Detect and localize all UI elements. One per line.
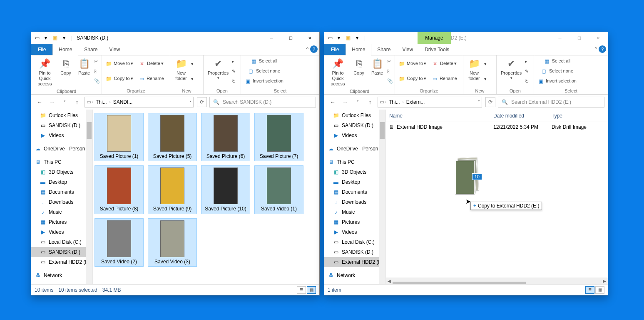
cut-icon[interactable]: ✂ [387, 59, 393, 64]
copy-to-button[interactable]: 📁Copy to▾ [104, 75, 135, 82]
select-none-button[interactable]: ▢Select none [243, 68, 285, 75]
file-tab[interactable]: File [324, 44, 346, 55]
copy-path-icon[interactable]: ⎘ [387, 69, 393, 74]
titlebar[interactable]: ▭ ▾ ▣ ▾ | SANDISK (D:) ─ ☐ ✕ [31, 32, 319, 44]
file-thumbnail[interactable]: Saved Picture (9) [148, 165, 197, 214]
qat-down-icon[interactable]: ▾ [42, 35, 50, 41]
view-tab[interactable]: View [396, 44, 419, 55]
pin-quick-access-button[interactable]: 📌Pin to Quick access [33, 56, 57, 88]
file-thumbnail[interactable]: Saved Picture (7) [254, 113, 303, 161]
refresh-button[interactable]: ⟳ [197, 97, 207, 107]
refresh-button[interactable]: ⟳ [485, 97, 495, 107]
rename-button[interactable]: ▭Rename [137, 75, 166, 82]
copy-to-button[interactable]: 📁Copy to▾ [397, 75, 428, 82]
close-button[interactable]: ✕ [300, 32, 319, 44]
recent-locations-icon[interactable]: ˅ [353, 97, 363, 107]
file-row[interactable]: 🗎External HDD Image 12/21/2022 5:34 PM D… [386, 122, 608, 132]
paste-shortcut-icon[interactable]: 📎 [387, 78, 393, 84]
minimize-button[interactable]: ─ [262, 32, 281, 44]
move-to-button[interactable]: 📁Move to▾ [104, 60, 135, 68]
qat-overflow-icon[interactable]: ▾ [353, 35, 361, 41]
home-tab[interactable]: Home [52, 44, 78, 55]
back-button[interactable]: ← [328, 97, 338, 107]
history-icon[interactable]: ↻ [232, 79, 236, 84]
nav-pane[interactable]: 📁Outlook Files ▭SANDISK (D:) ▶Videos ☁On… [31, 110, 93, 284]
open-icon[interactable]: ▸ [232, 59, 236, 64]
crumb-this-pc[interactable]: Thi... [94, 99, 109, 105]
maximize-button[interactable]: ☐ [569, 32, 589, 44]
forward-button[interactable]: → [340, 97, 350, 107]
properties-button[interactable]: ✔Properties▾ [498, 56, 524, 81]
delete-button[interactable]: ✕Delete▾ [430, 60, 459, 68]
details-view-button[interactable]: ≣ [585, 286, 594, 294]
home-tab[interactable]: Home [346, 44, 371, 55]
easy-access-icon[interactable]: ▾ [191, 76, 194, 82]
move-to-button[interactable]: 📁Move to▾ [397, 60, 428, 68]
collapse-ribbon-icon[interactable]: ^ [306, 46, 308, 51]
invert-selection-button[interactable]: ▣Invert selection [536, 78, 578, 85]
select-all-button[interactable]: ▦Select all [243, 58, 285, 65]
nav-scrollbar[interactable] [86, 110, 92, 284]
file-thumbnail[interactable]: Saved Picture (10) [201, 165, 250, 214]
details-header[interactable]: Name Date modified Type [386, 110, 608, 122]
edit-icon[interactable]: ✎ [525, 69, 529, 74]
history-icon[interactable]: ↻ [525, 79, 529, 84]
file-thumbnail[interactable]: Saved Picture (5) [148, 113, 197, 161]
file-thumbnail[interactable]: Saved Picture (6) [201, 113, 250, 161]
file-tab[interactable]: File [31, 44, 52, 55]
properties-button[interactable]: ✔Properties▾ [205, 56, 231, 81]
view-tab[interactable]: View [103, 44, 126, 55]
back-button[interactable]: ← [35, 97, 45, 107]
help-icon[interactable]: ? [599, 45, 606, 53]
qat-overflow-icon[interactable]: ▾ [60, 35, 68, 41]
address-bar[interactable]: ▭ › Thi... › SANDI... ˅ [85, 97, 194, 108]
thumb-view-button[interactable]: ▦ [595, 286, 604, 294]
column-date[interactable]: Date modified [490, 113, 548, 119]
invert-selection-button[interactable]: ▣Invert selection [243, 78, 285, 85]
close-button[interactable]: ✕ [589, 32, 608, 44]
content-pane[interactable]: Name Date modified Type 🗎External HDD Im… [386, 110, 608, 284]
file-thumbnail[interactable]: Saved Video (3) [148, 218, 197, 267]
nav-scrollbar[interactable] [379, 110, 385, 284]
new-item-icon[interactable]: ▾ [191, 61, 194, 67]
new-folder-button[interactable]: 📁New folder [172, 56, 190, 82]
maximize-button[interactable]: ☐ [281, 32, 300, 44]
copy-button[interactable]: ⎘Copy [350, 56, 368, 77]
up-button[interactable]: ↑ [365, 97, 375, 107]
edit-icon[interactable]: ✎ [232, 69, 236, 74]
drive-tools-tab[interactable]: Drive Tools [419, 44, 455, 55]
cut-icon[interactable]: ✂ [94, 59, 100, 64]
collapse-ribbon-icon[interactable]: ^ [595, 46, 597, 51]
column-name[interactable]: Name [386, 113, 490, 119]
rename-button[interactable]: ▭Rename [430, 75, 459, 82]
pin-quick-access-button[interactable]: 📌Pin to Quick access [326, 56, 350, 88]
thumb-view-button[interactable]: ▦ [307, 286, 316, 294]
copy-button[interactable]: ⎘Copy [57, 56, 75, 77]
help-icon[interactable]: ? [310, 45, 318, 53]
file-thumbnail[interactable]: Saved Video (2) [94, 218, 144, 267]
share-tab[interactable]: Share [371, 44, 396, 55]
qat-down-icon[interactable]: ▾ [335, 35, 343, 41]
file-thumbnail[interactable]: Saved Video (1) [254, 165, 303, 214]
address-bar[interactable]: ▭ › Thi... › Extern... ˅ [378, 97, 482, 108]
paste-shortcut-icon[interactable]: 📎 [94, 78, 100, 84]
folder-icon[interactable]: ▣ [51, 35, 59, 41]
new-item-icon[interactable]: ▾ [484, 61, 487, 67]
minimize-button[interactable]: ─ [550, 32, 569, 44]
crumb-sandisk[interactable]: SANDI... [112, 99, 134, 105]
details-view-button[interactable]: ≣ [297, 286, 306, 294]
forward-button[interactable]: → [47, 97, 57, 107]
file-thumbnail[interactable]: Saved Picture (8) [94, 165, 144, 214]
folder-icon[interactable]: ▣ [344, 35, 352, 41]
manage-context-tab[interactable]: Manage [418, 32, 451, 44]
copy-path-icon[interactable]: ⎘ [94, 69, 100, 74]
file-thumbnail[interactable]: Saved Picture (1) [94, 113, 144, 161]
column-type[interactable]: Type [548, 113, 566, 119]
recent-locations-icon[interactable]: ˅ [60, 97, 70, 107]
horizontal-scrollbar[interactable]: ◀▶ [386, 278, 608, 284]
search-box[interactable]: 🔍 Search External HDD2 (E:) [498, 97, 604, 108]
select-none-button[interactable]: ▢Select none [536, 68, 578, 75]
new-folder-button[interactable]: 📁New folder [465, 56, 483, 82]
search-box[interactable]: 🔍 Search SANDISK (D:) [209, 97, 316, 108]
delete-button[interactable]: ✕Delete▾ [137, 60, 166, 68]
